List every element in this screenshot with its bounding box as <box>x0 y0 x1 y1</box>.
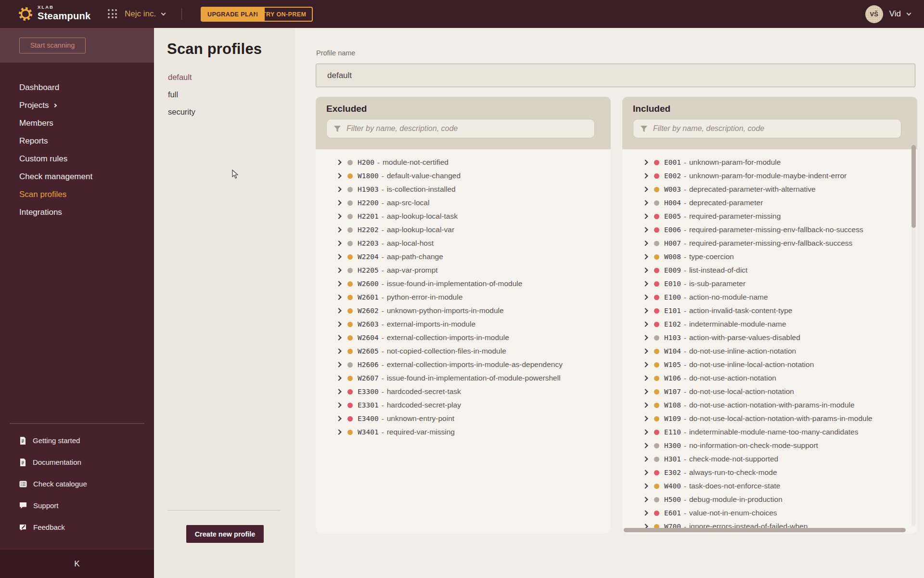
check-row[interactable]: W3401 - required-var-missing <box>316 425 611 439</box>
check-row[interactable]: H500 - debug-module-in-production <box>622 493 917 506</box>
avatar[interactable]: VŠ <box>865 5 883 23</box>
sidebar-item-check-management[interactable]: Check management <box>0 168 154 185</box>
create-new-profile-button[interactable]: Create new profile <box>186 525 264 543</box>
sidebar-item-members[interactable]: Members <box>0 114 154 132</box>
expand-chevron-icon[interactable] <box>642 240 648 246</box>
expand-chevron-icon[interactable] <box>642 335 648 340</box>
check-row[interactable]: E3300 - hardcoded-secret-task <box>316 385 611 398</box>
check-row[interactable]: H2606 - external-collection-imports-in-m… <box>316 358 611 371</box>
expand-chevron-icon[interactable] <box>642 227 648 232</box>
expand-chevron-icon[interactable] <box>336 429 341 434</box>
check-row[interactable]: H2203 - aap-local-host <box>316 236 611 250</box>
expand-chevron-icon[interactable] <box>642 200 648 205</box>
expand-chevron-icon[interactable] <box>642 483 648 488</box>
expand-chevron-icon[interactable] <box>336 159 341 165</box>
check-row[interactable]: W105 - do-not-use-inline-local-action-no… <box>622 358 917 371</box>
expand-chevron-icon[interactable] <box>642 362 648 367</box>
expand-chevron-icon[interactable] <box>336 173 341 178</box>
sidebar-item-reports[interactable]: Reports <box>0 132 154 150</box>
expand-chevron-icon[interactable] <box>642 308 648 313</box>
sidebar-item-dashboard[interactable]: Dashboard <box>0 79 154 96</box>
check-row[interactable]: W2603 - external-imports-in-module <box>316 317 611 331</box>
check-row[interactable]: W109 - do-not-use-local-action-notation-… <box>622 412 917 425</box>
sidebar-item-support[interactable]: Support <box>0 495 154 516</box>
expand-chevron-icon[interactable] <box>642 456 648 461</box>
check-row[interactable]: W008 - type-coercion <box>622 250 917 263</box>
expand-chevron-icon[interactable] <box>642 213 648 219</box>
expand-chevron-icon[interactable] <box>336 389 341 394</box>
workspace-switcher[interactable]: K <box>0 550 154 578</box>
expand-chevron-icon[interactable] <box>642 416 648 421</box>
check-row[interactable]: E100 - action-no-module-name <box>622 290 917 304</box>
check-row[interactable]: E110 - indeterminable-module-name-too-ma… <box>622 425 917 439</box>
sidebar-item-getting-started[interactable]: Getting started <box>0 430 154 451</box>
excluded-filter-input[interactable] <box>346 124 588 133</box>
expand-chevron-icon[interactable] <box>642 497 648 502</box>
check-row[interactable]: H2205 - aap-var-prompt <box>316 263 611 277</box>
check-row[interactable]: W2204 - aap-path-change <box>316 250 611 263</box>
start-scanning-button[interactable]: Start scanning <box>19 38 86 53</box>
check-row[interactable]: W003 - deprecated-parameter-with-alterna… <box>622 183 917 196</box>
expand-chevron-icon[interactable] <box>336 227 341 232</box>
check-row[interactable]: H004 - deprecated-parameter <box>622 196 917 210</box>
check-row[interactable]: H103 - action-with-parse-values-disabled <box>622 331 917 344</box>
check-row[interactable]: H2200 - aap-src-local <box>316 196 611 210</box>
check-row[interactable]: E3400 - unknown-entry-point <box>316 412 611 425</box>
expand-chevron-icon[interactable] <box>336 213 341 219</box>
expand-chevron-icon[interactable] <box>642 186 648 192</box>
organization-switcher[interactable]: Nejc inc. <box>125 0 165 28</box>
sidebar-item-feedback[interactable]: Feedback <box>0 516 154 538</box>
sidebar-item-integrations[interactable]: Integrations <box>0 203 154 221</box>
profile-name-input[interactable] <box>316 64 915 87</box>
check-row[interactable]: W2601 - python-error-in-module <box>316 290 611 304</box>
expand-chevron-icon[interactable] <box>642 375 648 381</box>
check-row[interactable]: W106 - do-not-use-action-notation <box>622 371 917 385</box>
user-menu[interactable]: VŠ Vid <box>865 0 911 28</box>
expand-chevron-icon[interactable] <box>642 348 648 354</box>
check-row[interactable]: E006 - required-parameter-missing-env-fa… <box>622 223 917 236</box>
steampunk-gear-logo-icon[interactable] <box>17 6 34 22</box>
check-row[interactable]: E009 - list-instead-of-dict <box>622 263 917 277</box>
expand-chevron-icon[interactable] <box>642 510 648 515</box>
check-row[interactable]: H300 - no-information-on-check-mode-supp… <box>622 439 917 452</box>
check-row[interactable]: H200 - module-not-certified <box>316 156 611 169</box>
expand-chevron-icon[interactable] <box>336 186 341 192</box>
expand-chevron-icon[interactable] <box>642 429 648 434</box>
check-row[interactable]: E101 - action-invalid-task-content-type <box>622 304 917 317</box>
check-row[interactable]: H301 - check-mode-not-supported <box>622 452 917 466</box>
expand-chevron-icon[interactable] <box>336 281 341 286</box>
sidebar-item-custom-rules[interactable]: Custom rules <box>0 150 154 168</box>
check-row[interactable]: E010 - is-sub-parameter <box>622 277 917 290</box>
expand-chevron-icon[interactable] <box>642 173 648 178</box>
sidebar-item-documentation[interactable]: Documentation <box>0 451 154 473</box>
profile-item-default[interactable]: default <box>154 68 295 86</box>
included-filter-input[interactable] <box>653 124 894 133</box>
expand-chevron-icon[interactable] <box>642 294 648 300</box>
check-row[interactable]: W2604 - external-collection-imports-in-m… <box>316 331 611 344</box>
expand-chevron-icon[interactable] <box>336 294 341 300</box>
expand-chevron-icon[interactable] <box>642 267 648 273</box>
check-row[interactable]: E3301 - hardcoded-secret-play <box>316 398 611 412</box>
check-row[interactable]: E302 - always-run-to-check-mode <box>622 466 917 479</box>
expand-chevron-icon[interactable] <box>336 375 341 381</box>
horizontal-scrollbar-thumb[interactable] <box>624 528 906 532</box>
expand-chevron-icon[interactable] <box>336 308 341 313</box>
expand-chevron-icon[interactable] <box>336 416 341 421</box>
expand-chevron-icon[interactable] <box>642 389 648 394</box>
check-row[interactable]: W400 - task-does-not-enforce-state <box>622 479 917 493</box>
check-row[interactable]: E601 - value-not-in-enum-choices <box>622 506 917 520</box>
expand-chevron-icon[interactable] <box>642 443 648 448</box>
check-row[interactable]: W2607 - issue-found-in-implementation-of… <box>316 371 611 385</box>
expand-chevron-icon[interactable] <box>336 321 341 327</box>
check-row[interactable]: E001 - unknown-param-for-module <box>622 156 917 169</box>
try-on-prem-button[interactable]: TRY ON-PREM <box>256 7 313 22</box>
expand-chevron-icon[interactable] <box>336 402 341 407</box>
expand-chevron-icon[interactable] <box>336 240 341 246</box>
expand-chevron-icon[interactable] <box>336 348 341 354</box>
check-row[interactable]: E005 - required-parameter-missing <box>622 210 917 223</box>
sidebar-item-projects[interactable]: Projects <box>0 96 154 114</box>
check-row[interactable]: W108 - do-not-use-action-notation-with-p… <box>622 398 917 412</box>
sidebar-item-check-catalogue[interactable]: Check catalogue <box>0 473 154 495</box>
expand-chevron-icon[interactable] <box>642 402 648 407</box>
check-row[interactable]: H2202 - aap-lookup-local-var <box>316 223 611 236</box>
